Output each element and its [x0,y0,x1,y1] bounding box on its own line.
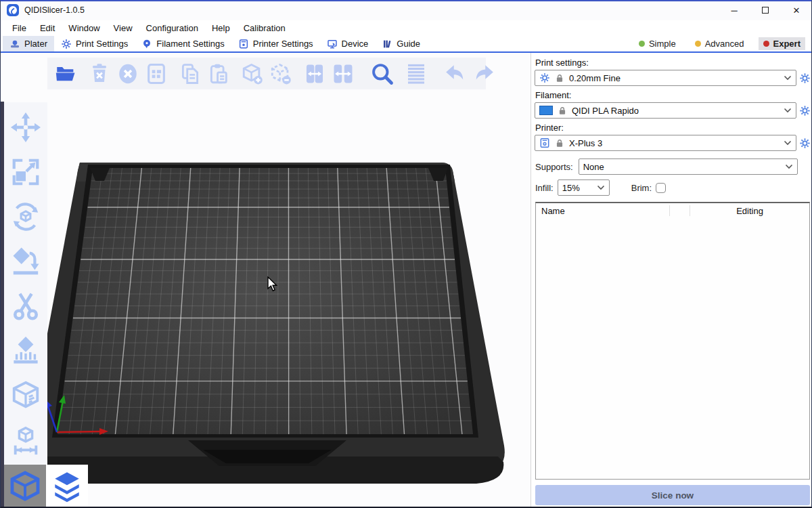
delete-all-button[interactable] [114,60,142,87]
main-area: Print settings: 0.20mm Fine [0,53,812,508]
delete-all-icon [116,62,139,85]
open-folder-button[interactable] [51,60,80,87]
mode-expert[interactable]: Expert [759,37,805,50]
printer-icon [539,137,550,148]
scale-tool[interactable] [6,150,45,194]
paste-button[interactable] [204,60,233,87]
printer-gear-button[interactable] [798,135,811,150]
menu-view[interactable]: View [107,22,139,35]
arrange-button[interactable] [142,60,171,87]
filament-color-swatch [539,106,553,115]
split-parts-icon [332,62,355,85]
gear-icon [799,105,811,117]
title-bar: QIDISlicer-1.0.5 ─ ✕ [0,0,812,20]
brim-checkbox[interactable] [656,183,666,193]
search-button[interactable] [368,60,397,87]
chevron-down-icon [784,108,792,113]
infill-combo[interactable]: 15% [558,179,610,196]
menu-help[interactable]: Help [205,22,237,35]
tab-label: Device [342,39,369,49]
object-list[interactable]: Name Editing [535,202,810,480]
infill-label: Infill: [535,183,554,193]
place-on-face-tool[interactable] [6,239,45,284]
mode-label: Advanced [705,39,744,49]
column-extruder [670,205,690,216]
column-name: Name [536,205,670,216]
filament-label: Filament: [535,90,812,100]
paint-supports-tool[interactable] [6,329,45,373]
undo-icon [443,62,468,86]
menu-file[interactable]: File [5,22,33,35]
place-on-face-icon [10,246,41,277]
mode-advanced[interactable]: Advanced [690,37,749,50]
print-settings-gear-button[interactable] [798,70,811,85]
remove-instance-icon [269,62,292,85]
move-tool[interactable] [6,105,45,150]
copy-button[interactable] [176,60,204,87]
printer-label: Printer: [535,123,812,133]
gear-icon [539,72,550,83]
tab-plater[interactable]: Plater [3,36,54,51]
app-logo-icon [7,4,19,16]
tab-guide[interactable]: Guide [375,36,427,51]
mode-simple[interactable]: Simple [634,37,681,50]
variable-layer-height-icon [404,62,428,86]
filament-combo[interactable]: QIDI PLA Rapido [535,102,796,119]
filament-gear-button[interactable] [798,103,811,118]
infill-value: 15% [562,183,592,193]
tab-label: Filament Settings [156,39,224,49]
variable-layer-height-button[interactable] [402,60,430,87]
supports-combo[interactable]: None [579,158,798,175]
gear-icon [799,137,811,149]
tab-print-settings[interactable]: Print Settings [54,36,135,51]
redo-icon [472,62,496,86]
mode-label: Expert [773,39,800,49]
printer-value: X-Plus 3 [569,138,779,148]
search-icon [370,62,394,86]
undo-button[interactable] [441,60,470,87]
remove-instance-button[interactable] [267,60,295,87]
printer-combo[interactable]: X-Plus 3 [535,135,796,151]
mouse-cursor [267,276,280,293]
add-instance-button[interactable] [238,60,267,87]
editor-3d-view-button[interactable] [4,465,46,508]
tab-label: Guide [397,39,420,49]
maximize-icon [762,7,769,14]
window-controls: ─ ✕ [719,0,812,20]
split-objects-button[interactable] [300,60,329,87]
measure-tool[interactable] [6,418,45,463]
split-parts-button[interactable] [329,60,357,87]
chevron-down-icon [785,164,793,169]
redo-button[interactable] [470,60,498,87]
maximize-button[interactable] [750,0,781,20]
seam-tool[interactable] [6,373,45,418]
menu-window[interactable]: Window [62,22,106,35]
preview-layers-view-button[interactable] [46,465,88,508]
chevron-down-icon [784,75,792,81]
column-editing: Editing [690,206,809,216]
supports-label: Supports: [535,162,573,172]
copy-icon [179,62,202,85]
filament-settings-icon [141,39,152,49]
print-settings-combo[interactable]: 0.20mm Fine [535,70,796,86]
advanced-dot-icon [695,41,701,47]
tab-device[interactable]: Device [320,36,376,51]
menu-configuration[interactable]: Configuration [139,22,205,35]
measure-icon [10,425,41,456]
view-mode-toggles [4,465,88,508]
delete-icon [88,62,111,85]
tab-printer-settings[interactable]: Printer Settings [231,36,320,51]
object-list-body[interactable] [536,218,809,479]
delete-button[interactable] [85,60,114,87]
tab-filament-settings[interactable]: Filament Settings [135,36,231,51]
rotate-tool[interactable] [6,194,45,239]
viewport-3d[interactable] [0,53,531,508]
object-list-header: Name Editing [536,203,809,218]
menu-edit[interactable]: Edit [33,22,62,35]
close-button[interactable]: ✕ [781,0,812,20]
minimize-button[interactable]: ─ [719,0,750,20]
slice-now-button[interactable]: Slice now [535,485,810,505]
menu-calibration[interactable]: Calibration [237,22,292,35]
mode-switcher: Simple Advanced Expert [634,37,812,50]
cut-tool[interactable] [6,284,45,329]
